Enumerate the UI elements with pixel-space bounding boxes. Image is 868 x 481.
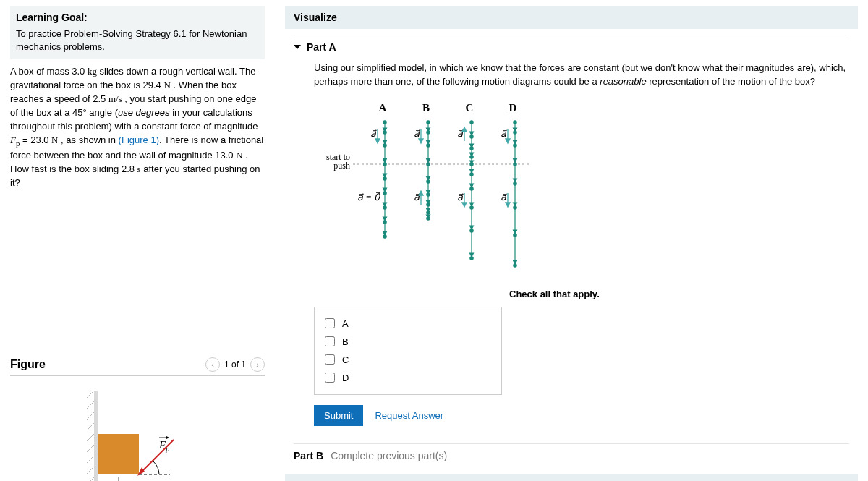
part-b-label: Part B [294,450,323,461]
svg-marker-107 [470,132,474,135]
svg-marker-58 [383,140,387,144]
part-b-row: Part B Complete previous part(s) [285,444,858,474]
svg-line-5 [87,434,94,441]
svg-marker-150 [514,260,517,264]
svg-line-4 [87,423,94,430]
figure-prev-button[interactable]: ‹ [205,357,220,372]
figure-nav: ‹ 1 of 1 › [205,357,265,372]
option-b[interactable]: B [315,333,501,351]
figure-image: 45° Fp [10,376,265,481]
options-box: A B C D [314,307,502,395]
problem-statement: A box of mass 3.0 kg slides down a rough… [10,62,265,203]
svg-marker-144 [514,179,517,182]
submit-button[interactable]: Submit [314,405,363,426]
svg-text:a⃗: a⃗ [501,128,507,139]
svg-marker-128 [470,253,474,257]
svg-marker-138 [514,158,517,163]
svg-marker-21 [166,436,169,439]
checkbox-a[interactable] [325,318,335,328]
visualize-section-header: Visualize [285,6,858,29]
svg-text:C: C [466,102,474,114]
svg-line-7 [87,456,94,463]
motion-diagram: A B C D start to push a⃗ a⃗ a⃗ a⃗ [314,98,849,286]
svg-line-2 [87,401,94,409]
svg-line-8 [87,467,94,474]
svg-text:a⃗: a⃗ [457,192,464,203]
part-a-title: Part A [307,41,336,53]
checkbox-b[interactable] [325,336,335,346]
svg-marker-146 [514,203,517,206]
learning-goal-text: To practice Problem-Solving Strategy 6.1… [16,27,259,54]
option-a[interactable]: A [315,315,501,333]
svg-line-1 [87,391,94,398]
svg-marker-34 [375,139,380,143]
figure-next-button[interactable]: › [250,357,265,372]
checkbox-d[interactable] [325,373,335,383]
svg-text:D: D [509,102,517,114]
svg-marker-75 [383,231,387,235]
part-b-text: Complete previous part(s) [331,450,447,461]
part-a-question: Using our simplified model, in which we … [314,61,849,89]
caret-down-icon [294,45,301,49]
solve-section-header: Solve [285,474,858,481]
svg-marker-67 [383,174,387,177]
svg-marker-38 [506,139,510,143]
svg-marker-120 [470,169,474,173]
svg-text:A: A [379,102,387,114]
svg-marker-71 [383,203,387,206]
svg-line-3 [87,412,94,420]
svg-text:a⃗: a⃗ [414,128,420,139]
svg-marker-92 [427,176,430,180]
option-d[interactable]: D [315,369,501,387]
svg-marker-83 [427,140,430,144]
svg-marker-50 [506,203,510,207]
checkbox-c[interactable] [325,354,335,365]
check-all-instruction: Check all that apply. [509,289,849,299]
svg-marker-73 [383,217,387,221]
request-answer-link[interactable]: Request Answer [375,410,443,421]
svg-marker-122 [470,184,474,187]
svg-marker-69 [383,188,387,192]
svg-marker-36 [419,139,423,143]
svg-text:Fp: Fp [158,439,169,453]
svg-marker-124 [470,203,474,206]
figure-header: Figure ‹ 1 of 1 › [10,354,265,376]
figure-1-link[interactable]: (Figure 1) [119,135,159,145]
svg-marker-60 [383,158,387,163]
svg-line-9 [87,477,94,481]
svg-rect-0 [94,391,98,481]
svg-text:B: B [422,102,430,114]
option-c[interactable]: C [315,351,501,369]
svg-marker-126 [470,226,474,229]
learning-goal-box: Learning Goal: To practice Problem-Solvi… [10,6,265,59]
part-a-header[interactable]: Part A [285,35,858,61]
svg-text:a⃗: a⃗ [370,128,377,139]
svg-text:push: push [333,161,350,171]
learning-goal-title: Learning Goal: [16,12,259,23]
svg-line-6 [87,445,94,452]
svg-marker-148 [514,230,517,234]
svg-text:a⃗: a⃗ [501,192,507,203]
svg-marker-136 [514,140,517,144]
svg-marker-48 [462,203,467,207]
svg-rect-12 [98,434,139,474]
svg-text:a⃗ = 0⃗: a⃗ = 0⃗ [357,192,381,203]
svg-marker-85 [427,158,430,163]
figure-counter: 1 of 1 [224,359,246,370]
figure-title: Figure [10,358,46,371]
